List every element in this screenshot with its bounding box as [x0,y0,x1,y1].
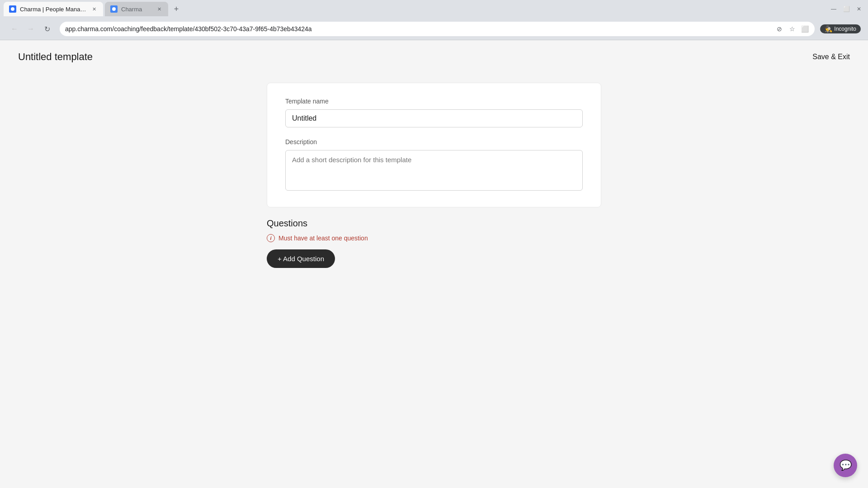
template-name-input[interactable] [285,109,583,127]
incognito-badge: 🕵 Incognito [820,24,861,33]
url-text: app.charma.com/coaching/feedback/templat… [65,25,771,33]
new-tab-button[interactable]: + [170,3,183,15]
validation-message: i Must have at least one question [267,234,601,242]
add-question-button[interactable]: + Add Question [267,249,335,268]
close-window-button[interactable]: ✕ [854,4,864,14]
tab-2[interactable]: Charma ✕ [105,2,168,16]
tab-1[interactable]: Charma | People Management S... ✕ [4,2,103,16]
save-exit-button[interactable]: Save & Exit [812,53,850,61]
bookmark-icon[interactable]: ☆ [788,24,797,33]
questions-title: Questions [267,218,601,229]
incognito-label: Incognito [834,26,856,32]
reader-mode-icon[interactable]: ⊘ [775,24,784,33]
info-icon: i [267,234,275,242]
url-bar[interactable]: app.charma.com/coaching/feedback/templat… [60,22,815,36]
browser-chrome: Charma | People Management S... ✕ Charma… [0,0,868,40]
top-bar: Untitled template Save & Exit [0,40,868,74]
tab-2-label: Charma [121,6,152,13]
tab-2-close[interactable]: ✕ [156,5,163,13]
tab-1-favicon [9,5,16,13]
page-content: Untitled template Save & Exit Template n… [0,40,868,488]
minimize-button[interactable]: — [828,4,839,14]
chat-icon: 💬 [840,460,852,471]
reload-button[interactable]: ↻ [40,22,54,36]
form-container: Template name Description Questions i Mu… [249,74,619,277]
page-title: Untitled template [18,51,93,63]
chat-widget[interactable]: 💬 [834,454,857,477]
template-name-label: Template name [285,98,583,105]
tab-bar: Charma | People Management S... ✕ Charma… [0,0,868,18]
description-textarea[interactable] [285,150,583,191]
back-button[interactable]: ← [7,22,22,36]
validation-text: Must have at least one question [278,235,368,242]
description-label: Description [285,138,583,145]
form-card: Template name Description [267,83,601,207]
maximize-button[interactable]: ⬜ [841,4,852,14]
window-controls: — ⬜ ✕ [828,4,864,14]
url-icons: ⊘ ☆ ⬜ [775,24,809,33]
nav-buttons: ← → ↻ [7,22,54,36]
tab-1-close[interactable]: ✕ [90,5,98,13]
browser-actions: 🕵 Incognito [820,24,861,33]
questions-section: Questions i Must have at least one quest… [267,218,601,268]
tab-2-favicon [110,5,118,13]
tab-1-label: Charma | People Management S... [20,6,87,13]
address-bar: ← → ↻ app.charma.com/coaching/feedback/t… [0,18,868,40]
tab-search-icon[interactable]: ⬜ [800,24,809,33]
forward-button[interactable]: → [24,22,38,36]
